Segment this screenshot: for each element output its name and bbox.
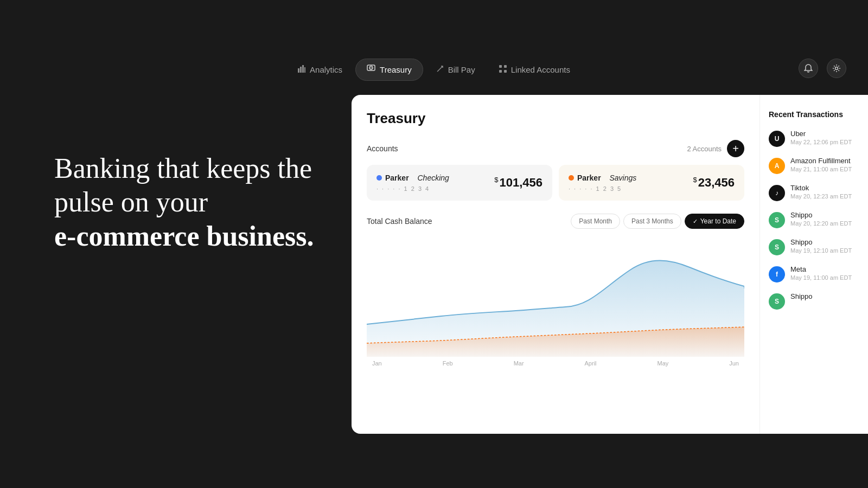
nav-right [799,59,846,78]
linked-icon [499,65,507,74]
svg-rect-7 [499,65,502,68]
svg-rect-8 [504,65,507,68]
transaction-item[interactable]: A Amazon Fulfillment May 21, 11:00 am ED… [769,157,859,174]
transaction-item[interactable]: ♪ Tiktok May 20, 12:23 am EDT [769,184,859,201]
transaction-name: Shippo [790,292,812,300]
account-card-checking[interactable]: Parker Checking · · · · · 1 2 3 4 $101,4… [367,165,552,201]
transaction-item[interactable]: S Shippo [769,292,859,310]
add-account-button[interactable]: + [727,140,744,157]
hero-line2: pulse on your [54,185,314,219]
checking-currency: $ [494,176,498,184]
svg-rect-9 [499,70,502,73]
navbar: Analytics Treasury Bill Pay [287,59,581,81]
account-card-savings[interactable]: Parker Savings · · · · · 1 2 3 5 $23,456 [559,165,744,201]
transactions-title: Recent Transactions [769,110,859,119]
chart-container [367,237,744,357]
hero-line1: Banking that keeps the [54,152,314,185]
savings-currency: $ [693,176,697,184]
transaction-date: May 20, 12:23 am EDT [790,193,852,200]
accounts-count: 2 Accounts [687,145,722,153]
transaction-item[interactable]: f Meta May 19, 11:00 am EDT [769,265,859,282]
account-name-checking: Parker Checking [376,174,449,182]
transaction-name: Meta [790,265,852,273]
checking-name-italic: Checking [417,174,449,182]
svg-rect-10 [504,70,507,73]
transaction-logo: S [769,239,785,255]
account-info-checking: Parker Checking · · · · · 1 2 3 4 [376,174,449,192]
transaction-date: May 20, 12:20 am EDT [790,220,852,227]
savings-name-italic: Savings [609,174,636,182]
transaction-name: Uber [790,130,852,138]
transaction-date: May 19, 11:00 am EDT [790,274,852,281]
notification-button[interactable] [799,59,818,78]
checking-name-bold: Parker [385,174,409,182]
chart-labels: Jan Feb Mar April May Jun [367,360,744,367]
checking-balance: $101,456 [494,176,542,190]
transaction-name: Shippo [790,238,852,246]
settings-button[interactable] [827,59,846,78]
transaction-logo: S [769,293,785,310]
transaction-info: Shippo May 20, 12:20 am EDT [790,211,852,227]
chart-title: Total Cash Balance [367,217,432,226]
hero-line3: e-commerce business. [54,220,314,253]
svg-rect-3 [304,67,305,73]
filter-past-3months[interactable]: Past 3 Months [623,214,681,229]
transaction-name: Amazon Fulfillment [790,157,852,165]
transactions-list: U Uber May 22, 12:06 pm EDT A Amazon Ful… [769,130,859,310]
billpay-label: Bill Pay [448,65,475,74]
svg-rect-1 [300,67,302,73]
transaction-logo: A [769,158,785,174]
accounts-right: 2 Accounts + [687,140,744,157]
accounts-grid: Parker Checking · · · · · 1 2 3 4 $101,4… [367,165,744,201]
transaction-info: Shippo [790,292,812,301]
transaction-info: Shippo May 19, 12:10 am EDT [790,238,852,254]
card-left: Treasury Accounts 2 Accounts + Parker Ch… [352,95,760,434]
page-title: Treasury [367,110,744,127]
transaction-info: Amazon Fulfillment May 21, 11:00 am EDT [790,157,852,172]
nav-item-analytics[interactable]: Analytics [287,60,353,80]
transaction-info: Uber May 22, 12:06 pm EDT [790,130,852,145]
nav-item-treasury[interactable]: Treasury [355,59,423,81]
nav-item-linked[interactable]: Linked Accounts [488,60,581,80]
transaction-item[interactable]: S Shippo May 19, 12:10 am EDT [769,238,859,255]
label-may: May [658,360,669,367]
svg-point-11 [835,67,838,70]
filter-past-month[interactable]: Past Month [571,214,620,229]
transaction-info: Tiktok May 20, 12:23 am EDT [790,184,852,200]
svg-rect-0 [298,68,299,73]
label-april: April [585,360,597,367]
transaction-logo: U [769,131,785,147]
label-jun: Jun [729,360,739,367]
treasury-icon [367,65,375,75]
accounts-label: Accounts [367,144,398,153]
transaction-date: May 19, 12:10 am EDT [790,247,852,254]
svg-point-6 [371,67,372,68]
savings-number: · · · · · 1 2 3 5 [569,185,636,192]
transaction-item[interactable]: S Shippo May 20, 12:20 am EDT [769,211,859,228]
label-mar: Mar [514,360,524,367]
transaction-name: Shippo [790,211,852,219]
transaction-logo: S [769,212,785,228]
account-name-savings: Parker Savings [569,174,636,182]
transaction-name: Tiktok [790,184,852,192]
transaction-item[interactable]: U Uber May 22, 12:06 pm EDT [769,130,859,147]
hero-section: Banking that keeps the pulse on your e-c… [54,152,314,253]
label-jan: Jan [372,360,382,367]
savings-dot [569,175,574,181]
time-filters: Past Month Past 3 Months Year to Date [571,214,744,229]
account-info-savings: Parker Savings · · · · · 1 2 3 5 [569,174,636,192]
main-card: Treasury Accounts 2 Accounts + Parker Ch… [352,95,868,434]
filter-year-to-date[interactable]: Year to Date [685,214,744,229]
savings-balance: $23,456 [693,176,735,190]
label-feb: Feb [443,360,453,367]
checking-number: · · · · · 1 2 3 4 [376,185,449,192]
analytics-label: Analytics [310,65,342,74]
transactions-sidebar: Recent Transactions U Uber May 22, 12:06… [760,95,868,434]
nav-item-billpay[interactable]: Bill Pay [425,60,486,80]
transaction-logo: f [769,266,785,282]
billpay-icon [436,65,444,74]
accounts-header: Accounts 2 Accounts + [367,140,744,157]
checking-dot [376,175,382,181]
svg-rect-2 [302,65,304,73]
savings-name-bold: Parker [577,174,601,182]
